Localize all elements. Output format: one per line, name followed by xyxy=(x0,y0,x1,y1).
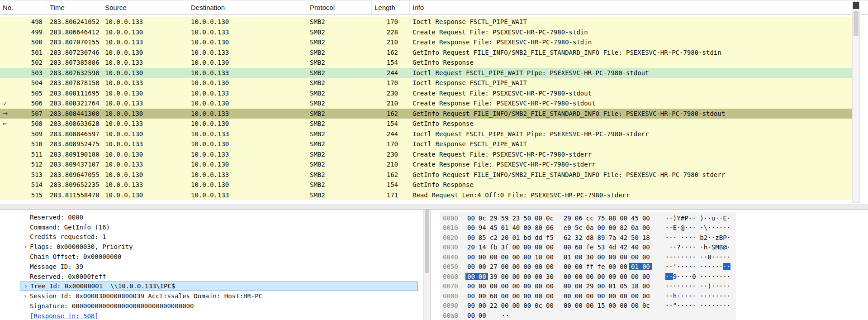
ascii-char: · xyxy=(719,302,723,309)
packet-length: 162 xyxy=(372,109,410,119)
ascii-char: · xyxy=(727,224,731,231)
packet-row[interactable]: ←508283.80863362810.0.0.13310.0.0.130SMB… xyxy=(0,119,852,129)
pane-splitter-horizontal[interactable] xyxy=(0,205,868,210)
arrow-right-icon: → xyxy=(3,110,8,117)
hex-row[interactable]: 00100094450140008006e05c0a0000820a00··E·… xyxy=(443,223,730,233)
column-header-info[interactable]: Info xyxy=(410,0,868,14)
ascii-char: · xyxy=(669,263,673,270)
hex-row[interactable]: 00200085c22001bdddf56232d8897a425018··· … xyxy=(443,233,730,243)
column-header-source[interactable]: Source xyxy=(102,0,188,14)
packet-list-scrollbar[interactable] xyxy=(852,1,860,203)
packet-row[interactable]: ✓506283.80832176410.0.0.13310.0.0.130SMB… xyxy=(0,98,852,109)
packet-row[interactable]: 514283.80965223510.0.0.13310.0.0.130SMB2… xyxy=(0,180,852,190)
detail-line[interactable]: ›Flags: 0x00000030, Priority xyxy=(0,242,423,252)
detail-line[interactable]: Reserved: 0000 xyxy=(0,212,423,222)
packet-row[interactable]: 499283.80664641210.0.0.13010.0.0.133SMB2… xyxy=(0,27,852,38)
detail-line[interactable]: Chain Offset: 0x00000000 xyxy=(0,252,423,262)
detail-line-body: [Response in: 508] xyxy=(20,311,102,320)
packet-row[interactable]: 510283.80895247510.0.0.13310.0.0.130SMB2… xyxy=(0,139,852,149)
packet-no-cell: 498 xyxy=(0,17,47,27)
wireshark-window: No.TimeSourceDestinationProtocolLengthIn… xyxy=(0,0,868,320)
hex-row[interactable]: 007000000000000000000000290001051800····… xyxy=(443,282,730,291)
hex-row[interactable]: 008000006800000000000000000000000000··h·… xyxy=(443,291,730,301)
packet-row[interactable]: 500283.80707015510.0.0.13310.0.0.130SMB2… xyxy=(0,37,852,48)
detail-line[interactable]: ›Tree Id: 0x00000001 \\10.0.0.133\IPC$ xyxy=(0,282,423,291)
detail-line[interactable]: Message ID: 39 xyxy=(0,262,423,272)
packet-info: Create Request File: PSEXESVC-HR-PC-7980… xyxy=(410,149,852,160)
packet-source: 10.0.0.133 xyxy=(102,57,188,68)
ascii-char: · xyxy=(719,263,723,270)
packet-row[interactable]: 502283.80738588610.0.0.13310.0.0.130SMB2… xyxy=(0,57,852,68)
hex-byte: 00 xyxy=(640,224,652,231)
ascii-char: · xyxy=(692,292,696,300)
ascii-char xyxy=(665,244,669,251)
packet-protocol: SMB2 xyxy=(307,129,372,139)
ascii-char: · xyxy=(688,282,693,290)
ascii-char: · xyxy=(688,234,693,241)
detail-line[interactable]: ›Session Id: 0x0000300000000039 Acct:ssa… xyxy=(0,291,423,301)
hex-byte: 42 xyxy=(618,244,629,251)
ascii-char: · xyxy=(684,224,688,231)
ascii-char: · xyxy=(723,273,727,280)
hex-row[interactable]: 00a00000·· xyxy=(443,310,730,320)
expander-icon[interactable]: › xyxy=(21,282,30,290)
packet-list-scrollbar-thumb[interactable] xyxy=(854,11,859,36)
packet-destination: 10.0.0.130 xyxy=(188,139,307,149)
detail-line[interactable]: Signature: 00000000000000000000000000000… xyxy=(0,301,423,311)
detail-line[interactable]: Reserved: 0x0000feff xyxy=(0,272,423,282)
hex-row[interactable]: 005000002700000000000000fffe00000100··'·… xyxy=(443,262,730,272)
hex-byte: 00 xyxy=(544,302,555,309)
hex-offset: 0020 xyxy=(443,234,461,241)
column-header-time[interactable]: Time xyxy=(47,0,102,14)
hex-row[interactable]: 006000003900000000300000000000000000··9·… xyxy=(443,272,730,282)
expander-icon[interactable]: › xyxy=(21,243,30,250)
expander-icon[interactable]: › xyxy=(21,292,30,300)
hex-row[interactable]: 004000000000000010000100300000000000····… xyxy=(443,252,730,262)
packet-row[interactable]: 511283.80919018010.0.0.13010.0.0.133SMB2… xyxy=(0,149,852,160)
detail-line[interactable]: Credits requested: 1 xyxy=(0,232,423,242)
packet-length: 210 xyxy=(372,159,410,170)
packet-row[interactable]: 503283.80763259810.0.0.13010.0.0.133SMB2… xyxy=(0,68,852,78)
detail-text: Signature: 00000000000000000000000000000… xyxy=(30,302,194,310)
ascii-char: · xyxy=(711,292,716,300)
ascii-char: 0 xyxy=(692,273,696,280)
hex-row[interactable]: 00302014fb3f000000000068fe534d424000 ··?… xyxy=(443,243,730,253)
packet-row[interactable]: 512283.80943710710.0.0.13310.0.0.130SMB2… xyxy=(0,159,852,170)
hex-byte: 10 xyxy=(533,253,544,261)
column-header-destination[interactable]: Destination xyxy=(188,0,307,14)
packet-protocol: SMB2 xyxy=(307,190,372,201)
ascii-char: · xyxy=(669,234,673,241)
detail-line[interactable]: [Response in: 508] xyxy=(0,311,423,320)
packet-row[interactable]: 505283.80811169510.0.0.13010.0.0.133SMB2… xyxy=(0,88,852,99)
hex-byte: 00 xyxy=(510,282,522,290)
hex-byte: 00 xyxy=(584,273,596,280)
detail-scrollbar[interactable] xyxy=(423,210,430,320)
packet-info: Read Request Len:4 Off:0 File: PSEXESVC-… xyxy=(410,190,852,201)
hex-byte: 00 xyxy=(499,292,511,300)
packet-row[interactable]: 504283.80787815810.0.0.13310.0.0.130SMB2… xyxy=(0,78,852,88)
packet-row[interactable]: 498283.80624105210.0.0.13310.0.0.130SMB2… xyxy=(0,17,852,27)
packet-row[interactable]: →507283.80844130810.0.0.13010.0.0.133SMB… xyxy=(0,109,852,119)
column-header-protocol[interactable]: Protocol xyxy=(307,0,372,14)
hex-byte: 29 xyxy=(488,215,499,222)
packet-row[interactable]: 515283.81155847010.0.0.13010.0.0.133SMB2… xyxy=(0,190,852,201)
hex-byte: 00 xyxy=(618,253,629,261)
ascii-char: · xyxy=(727,234,731,241)
hex-row[interactable]: 00900000220000000c00000000150000000c··"·… xyxy=(443,301,730,311)
packet-row[interactable]: 501283.80723074610.0.0.13010.0.0.133SMB2… xyxy=(0,48,852,58)
column-header-no[interactable]: No. xyxy=(0,0,47,14)
packet-row[interactable]: 509283.80884659710.0.0.13010.0.0.133SMB2… xyxy=(0,129,852,139)
packet-row[interactable]: 513283.80964705510.0.0.13010.0.0.133SMB2… xyxy=(0,170,852,180)
packet-protocol: SMB2 xyxy=(307,57,372,68)
detail-line-body: Message ID: 39 xyxy=(20,262,87,271)
packet-time: 283.809647055 xyxy=(47,170,102,180)
detail-scrollbar-thumb[interactable] xyxy=(425,210,429,273)
hex-row[interactable]: 0000000c29592350000c2906cc7508004500··)Y… xyxy=(443,213,730,223)
ascii-char: · xyxy=(704,282,708,290)
packet-no-cell: →507 xyxy=(0,109,47,119)
ascii-char: · xyxy=(715,263,719,270)
hex-bytes: 2014fb3f000000000068fe534d424000 xyxy=(465,244,652,251)
column-header-length[interactable]: Length xyxy=(372,0,410,14)
hex-byte: c2 xyxy=(488,234,499,241)
detail-line[interactable]: Command: GetInfo (16) xyxy=(0,222,423,232)
